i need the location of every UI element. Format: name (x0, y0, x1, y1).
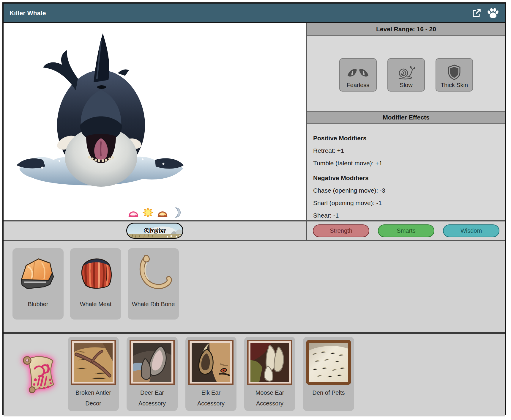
modifier-line: Tumble (talent move): +1 (313, 157, 499, 169)
item-frame (130, 340, 175, 385)
den-of-pelts-image (309, 343, 348, 382)
item-label: Den of Pelts (305, 387, 352, 398)
item-label: Whale Rib Bone (130, 299, 177, 309)
recipe-card-den-of-pelts[interactable]: Den of Pelts (303, 337, 354, 411)
modifier-effects-header: Modifier Effects (307, 111, 505, 124)
whale-meat-image (73, 251, 118, 296)
item-label: Broken Antler Decor (70, 387, 117, 409)
snail-icon (397, 66, 415, 80)
moose-ear-image (250, 343, 289, 382)
paw-icon (487, 7, 499, 19)
killer-whale-image (15, 29, 187, 191)
time-of-day-row (128, 207, 182, 218)
biome-badge-glacier[interactable]: Glacier (126, 223, 183, 239)
stat-pill-strength[interactable]: Strength (313, 224, 369, 237)
enemy-info-panel: Level Range: 16 - 20 Fearless (306, 23, 505, 220)
broken-antler-image (74, 343, 113, 382)
external-link-button[interactable] (470, 7, 483, 20)
recipe-scroll (16, 352, 60, 397)
elk-ear-image (192, 343, 230, 382)
stats-strip: Strength Smarts Wisdom (306, 221, 505, 240)
modifier-line: Chase (opening move): -3 (313, 184, 499, 197)
sunrise-icon (128, 209, 139, 218)
page-title: Killer Whale (10, 10, 46, 17)
item-label: Blubber (14, 299, 62, 309)
drops-section: Blubber (4, 240, 505, 332)
item-frame (247, 340, 292, 385)
item-label: Moose Ear Accessory (246, 387, 294, 409)
item-label: Whale Meat (72, 299, 119, 309)
deer-ear-image (133, 343, 171, 382)
abilities-row: Fearless Slow (307, 58, 505, 92)
biome-strip: Glacier (4, 221, 306, 240)
item-frame (188, 340, 234, 385)
external-link-icon (471, 8, 482, 18)
item-label: Deer Ear Accessory (128, 387, 176, 409)
positive-modifiers-title: Positive Modifiers (313, 132, 499, 144)
moon-icon (171, 207, 182, 218)
drop-card-whale-rib-bone[interactable]: Whale Rib Bone (128, 248, 179, 320)
ability-tile-thick-skin: Thick Skin (436, 58, 473, 92)
recipe-scroll-icon (16, 352, 60, 396)
recipe-card-broken-antler-decor[interactable]: Broken Antler Decor (68, 337, 119, 411)
header-bar: Killer Whale (4, 4, 505, 23)
shield-icon (447, 65, 461, 80)
main-row: Level Range: 16 - 20 Fearless (4, 23, 505, 220)
cat-eyes-icon (346, 67, 370, 80)
paw-button[interactable] (486, 7, 499, 20)
whale-rib-bone-image (131, 251, 176, 296)
modifier-effects-body: Positive Modifiers Retreat: +1 Tumble (t… (307, 124, 505, 222)
item-label: Elk Ear Accessory (187, 387, 235, 409)
recipe-card-deer-ear-accessory[interactable]: Deer Ear Accessory (127, 337, 178, 411)
ability-label: Fearless (347, 82, 370, 89)
biome-label: Glacier (127, 224, 182, 238)
item-frame (306, 340, 351, 385)
negative-modifiers-title: Negative Modifiers (313, 172, 499, 184)
stat-pill-wisdom[interactable]: Wisdom (443, 224, 499, 237)
item-frame (71, 340, 116, 385)
blubber-image (15, 251, 61, 296)
level-range-header: Level Range: 16 - 20 (307, 23, 505, 36)
sun-icon (142, 207, 154, 218)
modifier-line: Snarl (opening move): -1 (313, 197, 499, 209)
recipe-card-elk-ear-accessory[interactable]: Elk Ear Accessory (185, 337, 236, 411)
drop-card-whale-meat[interactable]: Whale Meat (70, 248, 121, 320)
drop-card-blubber[interactable]: Blubber (12, 248, 64, 320)
modifier-line: Shear: -1 (313, 209, 499, 222)
sunset-icon (157, 209, 168, 218)
stat-pill-smarts[interactable]: Smarts (378, 224, 434, 237)
recipes-section: Broken Antler Decor Deer Ear Accessory (4, 332, 505, 416)
modifier-line: Retreat: +1 (313, 144, 499, 157)
app-frame: Killer Whale (2, 2, 506, 415)
biome-stats-strip: Glacier Strength Smarts Wisdom (4, 220, 505, 240)
ability-label: Slow (400, 82, 412, 89)
recipe-card-moose-ear-accessory[interactable]: Moose Ear Accessory (244, 337, 295, 411)
enemy-art-panel (4, 23, 306, 220)
ability-tile-fearless: Fearless (339, 58, 377, 92)
ability-tile-slow: Slow (387, 58, 425, 92)
ability-label: Thick Skin (441, 82, 468, 89)
